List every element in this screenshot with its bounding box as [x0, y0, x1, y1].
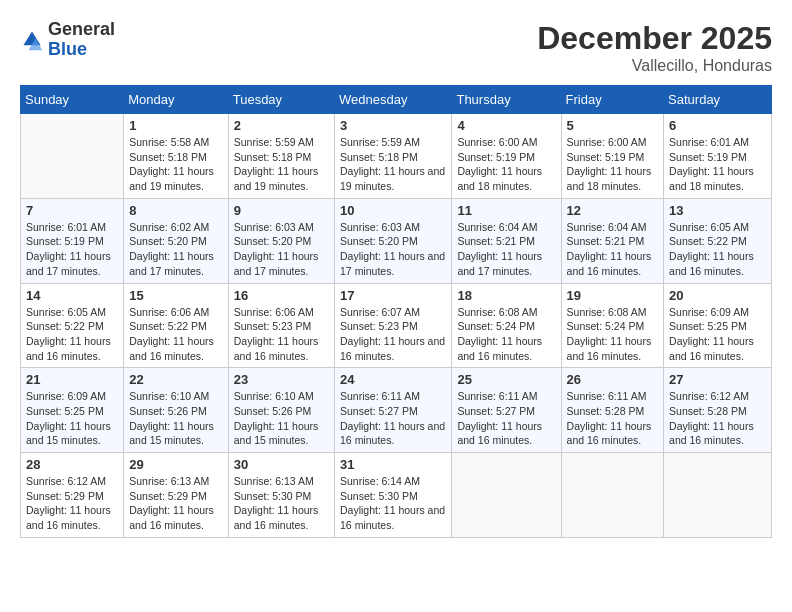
day-info: Sunrise: 6:13 AMSunset: 5:29 PMDaylight:…	[129, 474, 222, 533]
page-header: General Blue December 2025 Vallecillo, H…	[20, 20, 772, 75]
day-number: 10	[340, 203, 446, 218]
day-number: 27	[669, 372, 766, 387]
calendar-table: SundayMondayTuesdayWednesdayThursdayFrid…	[20, 85, 772, 538]
column-header-wednesday: Wednesday	[335, 86, 452, 114]
day-number: 21	[26, 372, 118, 387]
column-header-monday: Monday	[124, 86, 228, 114]
location: Vallecillo, Honduras	[537, 57, 772, 75]
day-info: Sunrise: 6:13 AMSunset: 5:30 PMDaylight:…	[234, 474, 329, 533]
calendar-cell: 10Sunrise: 6:03 AMSunset: 5:20 PMDayligh…	[335, 198, 452, 283]
day-info: Sunrise: 6:10 AMSunset: 5:26 PMDaylight:…	[234, 389, 329, 448]
day-info: Sunrise: 6:02 AMSunset: 5:20 PMDaylight:…	[129, 220, 222, 279]
day-info: Sunrise: 5:59 AMSunset: 5:18 PMDaylight:…	[234, 135, 329, 194]
day-info: Sunrise: 6:09 AMSunset: 5:25 PMDaylight:…	[669, 305, 766, 364]
day-number: 8	[129, 203, 222, 218]
day-info: Sunrise: 6:04 AMSunset: 5:21 PMDaylight:…	[457, 220, 555, 279]
calendar-cell: 18Sunrise: 6:08 AMSunset: 5:24 PMDayligh…	[452, 283, 561, 368]
day-info: Sunrise: 6:08 AMSunset: 5:24 PMDaylight:…	[567, 305, 659, 364]
day-number: 13	[669, 203, 766, 218]
day-info: Sunrise: 6:06 AMSunset: 5:22 PMDaylight:…	[129, 305, 222, 364]
calendar-cell: 2Sunrise: 5:59 AMSunset: 5:18 PMDaylight…	[228, 114, 334, 199]
calendar-cell: 30Sunrise: 6:13 AMSunset: 5:30 PMDayligh…	[228, 453, 334, 538]
calendar-week-row: 14Sunrise: 6:05 AMSunset: 5:22 PMDayligh…	[21, 283, 772, 368]
logo-blue-text: Blue	[48, 39, 87, 59]
calendar-cell: 6Sunrise: 6:01 AMSunset: 5:19 PMDaylight…	[664, 114, 772, 199]
calendar-cell: 31Sunrise: 6:14 AMSunset: 5:30 PMDayligh…	[335, 453, 452, 538]
calendar-cell: 15Sunrise: 6:06 AMSunset: 5:22 PMDayligh…	[124, 283, 228, 368]
day-number: 19	[567, 288, 659, 303]
calendar-cell: 4Sunrise: 6:00 AMSunset: 5:19 PMDaylight…	[452, 114, 561, 199]
day-number: 5	[567, 118, 659, 133]
day-number: 16	[234, 288, 329, 303]
calendar-week-row: 21Sunrise: 6:09 AMSunset: 5:25 PMDayligh…	[21, 368, 772, 453]
calendar-cell: 7Sunrise: 6:01 AMSunset: 5:19 PMDaylight…	[21, 198, 124, 283]
day-number: 30	[234, 457, 329, 472]
day-number: 2	[234, 118, 329, 133]
calendar-cell: 1Sunrise: 5:58 AMSunset: 5:18 PMDaylight…	[124, 114, 228, 199]
day-info: Sunrise: 6:00 AMSunset: 5:19 PMDaylight:…	[457, 135, 555, 194]
calendar-cell	[664, 453, 772, 538]
day-info: Sunrise: 6:04 AMSunset: 5:21 PMDaylight:…	[567, 220, 659, 279]
day-number: 14	[26, 288, 118, 303]
calendar-cell: 19Sunrise: 6:08 AMSunset: 5:24 PMDayligh…	[561, 283, 664, 368]
calendar-cell: 29Sunrise: 6:13 AMSunset: 5:29 PMDayligh…	[124, 453, 228, 538]
calendar-week-row: 1Sunrise: 5:58 AMSunset: 5:18 PMDaylight…	[21, 114, 772, 199]
calendar-cell: 27Sunrise: 6:12 AMSunset: 5:28 PMDayligh…	[664, 368, 772, 453]
day-number: 25	[457, 372, 555, 387]
calendar-cell: 20Sunrise: 6:09 AMSunset: 5:25 PMDayligh…	[664, 283, 772, 368]
calendar-cell: 26Sunrise: 6:11 AMSunset: 5:28 PMDayligh…	[561, 368, 664, 453]
day-number: 7	[26, 203, 118, 218]
day-number: 26	[567, 372, 659, 387]
day-info: Sunrise: 6:09 AMSunset: 5:25 PMDaylight:…	[26, 389, 118, 448]
day-info: Sunrise: 6:01 AMSunset: 5:19 PMDaylight:…	[669, 135, 766, 194]
title-block: December 2025 Vallecillo, Honduras	[537, 20, 772, 75]
day-info: Sunrise: 6:12 AMSunset: 5:29 PMDaylight:…	[26, 474, 118, 533]
calendar-week-row: 7Sunrise: 6:01 AMSunset: 5:19 PMDaylight…	[21, 198, 772, 283]
day-info: Sunrise: 6:11 AMSunset: 5:27 PMDaylight:…	[457, 389, 555, 448]
day-info: Sunrise: 6:11 AMSunset: 5:27 PMDaylight:…	[340, 389, 446, 448]
column-header-tuesday: Tuesday	[228, 86, 334, 114]
day-info: Sunrise: 6:01 AMSunset: 5:19 PMDaylight:…	[26, 220, 118, 279]
day-info: Sunrise: 6:05 AMSunset: 5:22 PMDaylight:…	[669, 220, 766, 279]
calendar-cell: 9Sunrise: 6:03 AMSunset: 5:20 PMDaylight…	[228, 198, 334, 283]
day-number: 29	[129, 457, 222, 472]
logo-general-text: General	[48, 19, 115, 39]
day-number: 1	[129, 118, 222, 133]
day-info: Sunrise: 6:12 AMSunset: 5:28 PMDaylight:…	[669, 389, 766, 448]
day-info: Sunrise: 6:08 AMSunset: 5:24 PMDaylight:…	[457, 305, 555, 364]
calendar-cell	[561, 453, 664, 538]
day-number: 23	[234, 372, 329, 387]
day-number: 12	[567, 203, 659, 218]
day-number: 4	[457, 118, 555, 133]
day-number: 6	[669, 118, 766, 133]
calendar-cell: 16Sunrise: 6:06 AMSunset: 5:23 PMDayligh…	[228, 283, 334, 368]
calendar-cell: 23Sunrise: 6:10 AMSunset: 5:26 PMDayligh…	[228, 368, 334, 453]
day-number: 24	[340, 372, 446, 387]
day-info: Sunrise: 6:05 AMSunset: 5:22 PMDaylight:…	[26, 305, 118, 364]
day-info: Sunrise: 5:59 AMSunset: 5:18 PMDaylight:…	[340, 135, 446, 194]
calendar-cell: 22Sunrise: 6:10 AMSunset: 5:26 PMDayligh…	[124, 368, 228, 453]
calendar-cell	[452, 453, 561, 538]
day-number: 9	[234, 203, 329, 218]
month-title: December 2025	[537, 20, 772, 57]
calendar-cell: 13Sunrise: 6:05 AMSunset: 5:22 PMDayligh…	[664, 198, 772, 283]
day-info: Sunrise: 5:58 AMSunset: 5:18 PMDaylight:…	[129, 135, 222, 194]
day-info: Sunrise: 6:06 AMSunset: 5:23 PMDaylight:…	[234, 305, 329, 364]
calendar-cell: 5Sunrise: 6:00 AMSunset: 5:19 PMDaylight…	[561, 114, 664, 199]
calendar-header-row: SundayMondayTuesdayWednesdayThursdayFrid…	[21, 86, 772, 114]
day-info: Sunrise: 6:00 AMSunset: 5:19 PMDaylight:…	[567, 135, 659, 194]
day-number: 15	[129, 288, 222, 303]
day-info: Sunrise: 6:03 AMSunset: 5:20 PMDaylight:…	[234, 220, 329, 279]
column-header-saturday: Saturday	[664, 86, 772, 114]
day-info: Sunrise: 6:14 AMSunset: 5:30 PMDaylight:…	[340, 474, 446, 533]
calendar-week-row: 28Sunrise: 6:12 AMSunset: 5:29 PMDayligh…	[21, 453, 772, 538]
day-number: 31	[340, 457, 446, 472]
calendar-cell: 25Sunrise: 6:11 AMSunset: 5:27 PMDayligh…	[452, 368, 561, 453]
calendar-cell: 12Sunrise: 6:04 AMSunset: 5:21 PMDayligh…	[561, 198, 664, 283]
day-info: Sunrise: 6:11 AMSunset: 5:28 PMDaylight:…	[567, 389, 659, 448]
day-info: Sunrise: 6:03 AMSunset: 5:20 PMDaylight:…	[340, 220, 446, 279]
day-number: 20	[669, 288, 766, 303]
day-number: 17	[340, 288, 446, 303]
column-header-friday: Friday	[561, 86, 664, 114]
calendar-cell: 11Sunrise: 6:04 AMSunset: 5:21 PMDayligh…	[452, 198, 561, 283]
